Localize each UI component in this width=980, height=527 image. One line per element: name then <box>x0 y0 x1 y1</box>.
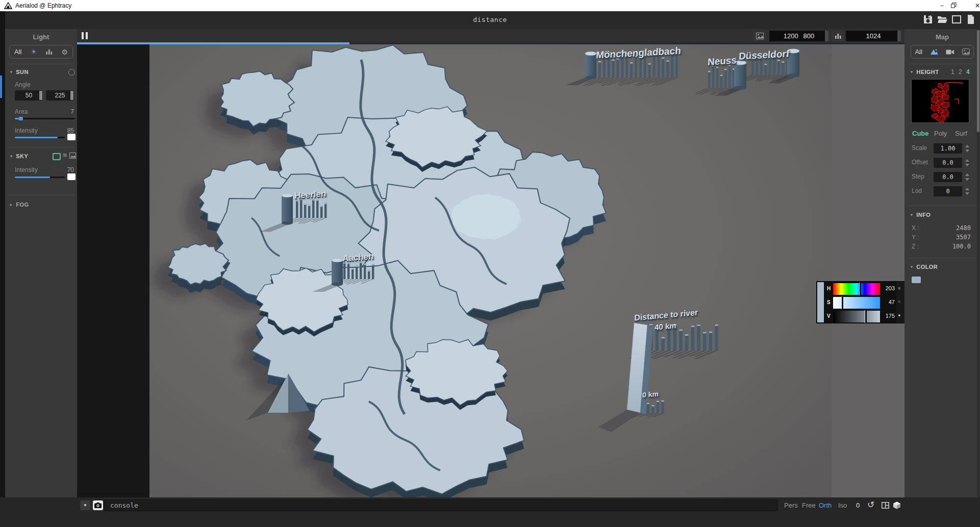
fog-section-header[interactable]: ►FOG <box>9 202 29 208</box>
map-panel-scrollbar[interactable] <box>977 29 979 497</box>
document-icon[interactable] <box>965 14 976 25</box>
layout-icon[interactable] <box>882 502 889 509</box>
sun-angle-yaw-field[interactable]: 225 <box>46 90 74 101</box>
mode-poly-tab[interactable]: Poly <box>934 130 947 137</box>
camera-mode-pers[interactable]: Pers <box>784 501 798 509</box>
console-input[interactable] <box>104 499 778 511</box>
lod-spinner[interactable] <box>965 187 969 195</box>
sun-angle-pitch-field[interactable]: 50 <box>15 90 43 101</box>
lod-label: Lod <box>912 187 922 194</box>
picker-bars-icon[interactable]: ≡ <box>898 286 900 291</box>
lod-field[interactable]: 0 <box>934 186 962 196</box>
info-x-label: X : <box>912 224 919 232</box>
close-button[interactable]: ✕ <box>967 0 980 11</box>
light-bars-icon[interactable] <box>46 49 53 55</box>
height-lod2-option[interactable]: 2 <box>959 68 962 76</box>
cube-icon[interactable] <box>893 501 901 509</box>
left-edge-accent <box>0 76 2 98</box>
resolution-drag-handle[interactable] <box>825 31 828 41</box>
map-tab-group: All <box>911 45 974 59</box>
scale-field[interactable]: 1.00 <box>934 143 962 154</box>
camera-icon[interactable] <box>946 49 954 55</box>
gear-icon[interactable]: ⚙ <box>62 48 68 56</box>
saturation-label: S <box>827 299 831 305</box>
value-handle[interactable] <box>865 310 867 323</box>
camera-index[interactable]: 0 <box>856 501 860 509</box>
scale-spinner[interactable] <box>965 144 969 153</box>
camera-mode-free[interactable]: Free <box>802 501 816 509</box>
color-section-header[interactable]: ▼COLOR <box>910 264 938 270</box>
terrain-render <box>149 44 832 497</box>
sky-section-header[interactable]: ▼SKY <box>9 153 28 159</box>
viewport: Mönchengladbach Neuss Düsseldorf Heerlen… <box>77 44 905 497</box>
titlebar[interactable]: Aerialod @ Ephtracy − ✕ <box>0 0 980 11</box>
saturation-handle[interactable] <box>841 296 843 309</box>
samples-drag-handle[interactable] <box>897 31 901 41</box>
step-spinner[interactable] <box>965 173 969 181</box>
height-section-header[interactable]: ▼HEIGHT <box>910 69 939 75</box>
offset-spinner[interactable] <box>965 159 969 167</box>
new-window-icon[interactable] <box>951 14 962 25</box>
sky-intensity-label: Intensity <box>15 166 38 173</box>
sky-gradient-icon[interactable]: ≋ <box>62 152 67 159</box>
mode-cube-tab[interactable]: Cube <box>912 130 929 137</box>
sun-icon[interactable]: ☀ <box>31 48 37 56</box>
camera-mode-iso[interactable]: Iso <box>838 501 847 509</box>
render-view[interactable]: Mönchengladbach Neuss Düsseldorf Heerlen… <box>149 44 832 497</box>
height-lod1-option[interactable]: 1 <box>951 68 954 76</box>
mode-surf-tab[interactable]: Surf <box>955 130 967 137</box>
sky-image-icon[interactable] <box>69 153 76 159</box>
offset-field[interactable]: 0.0 <box>934 158 962 168</box>
camera-mode-orth[interactable]: Orth <box>819 501 832 509</box>
samples-button[interactable] <box>832 31 844 41</box>
picker-dot-icon[interactable]: ● <box>898 313 900 318</box>
render-size-button[interactable] <box>753 31 766 41</box>
value-gradient-bar[interactable] <box>833 311 880 322</box>
minimize-button[interactable]: − <box>932 0 952 11</box>
info-y-label: Y : <box>912 234 919 241</box>
height-lod4-option[interactable]: 4 <box>966 68 970 76</box>
open-folder-icon[interactable] <box>937 14 948 25</box>
pause-button[interactable] <box>82 32 88 39</box>
info-x-value: 2480 <box>935 224 971 232</box>
sky-solid-icon[interactable] <box>53 153 61 160</box>
sun-intensity-slider[interactable] <box>15 137 65 138</box>
light-tab-all[interactable]: All <box>14 48 21 56</box>
map-panel: Map All ▼HEIGHT 1 2 4 Cube Poly Surf Sca… <box>904 29 980 497</box>
yaw-drag-handle[interactable] <box>70 91 73 100</box>
heightmap-thumbnail[interactable] <box>911 79 969 123</box>
sun-color-swatch[interactable] <box>67 134 76 140</box>
sky-intensity-slider[interactable] <box>15 177 65 178</box>
map-tab-all[interactable]: All <box>915 48 922 56</box>
samples-field[interactable]: 1024 <box>846 31 901 41</box>
image-icon <box>756 33 764 39</box>
step-field[interactable]: 0.0 <box>934 172 962 182</box>
hue-handle[interactable] <box>859 283 861 295</box>
sky-color-swatch[interactable] <box>67 173 76 180</box>
hue-gradient-bar[interactable] <box>833 283 880 295</box>
mountain-icon[interactable] <box>930 48 938 55</box>
sun-radio[interactable] <box>68 69 75 76</box>
console-dropdown-button[interactable]: ▼ <box>80 500 90 510</box>
area-value: 7 <box>66 108 74 115</box>
sun-section-header[interactable]: ▼SUN <box>9 69 29 75</box>
render-resolution-field[interactable]: 1200 800 <box>769 31 828 41</box>
reset-view-icon[interactable]: ↺ <box>867 499 874 510</box>
info-section-header[interactable]: ▼INFO <box>910 212 931 218</box>
color-preview-swatch[interactable] <box>817 282 824 322</box>
value-row: V 175 <box>824 310 896 323</box>
picture-icon[interactable] <box>962 48 970 55</box>
area-slider[interactable] <box>15 118 75 119</box>
scrollbar-thumb[interactable] <box>977 30 979 132</box>
picker-circle-icon[interactable]: ○ <box>898 299 900 304</box>
saturation-gradient-bar[interactable] <box>833 297 880 309</box>
window-title: Aerialod @ Ephtracy <box>15 2 71 9</box>
pitch-drag-handle[interactable] <box>39 91 42 100</box>
hsv-color-picker: H 203 S 47 V 175 <box>816 281 905 323</box>
info-z-label: Z : <box>912 243 919 250</box>
value-label: V <box>827 313 831 319</box>
screenshot-button[interactable] <box>93 500 103 510</box>
scene-title: distance <box>0 16 980 23</box>
terrain-color-swatch[interactable] <box>912 277 921 283</box>
save-icon[interactable] <box>922 14 934 25</box>
